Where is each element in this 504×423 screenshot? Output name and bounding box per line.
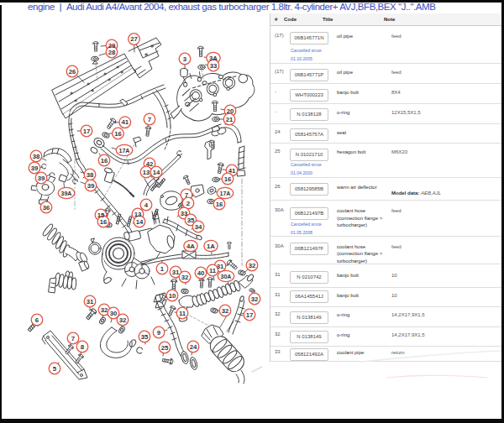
- svg-text:13: 13: [143, 169, 150, 176]
- svg-text:41: 41: [228, 167, 236, 175]
- svg-text:20: 20: [227, 107, 234, 115]
- svg-text:33: 33: [210, 62, 218, 70]
- svg-text:17: 17: [83, 128, 91, 135]
- svg-text:11: 11: [179, 310, 186, 317]
- svg-text:30: 30: [110, 310, 118, 317]
- svg-text:16: 16: [100, 218, 108, 226]
- svg-text:39: 39: [87, 182, 95, 190]
- svg-text:1: 1: [160, 265, 165, 273]
- svg-text:2: 2: [186, 200, 191, 207]
- svg-text:7: 7: [185, 191, 188, 199]
- svg-text:14: 14: [136, 218, 144, 226]
- svg-text:31: 31: [87, 298, 94, 306]
- svg-text:7: 7: [71, 335, 75, 342]
- svg-text:32: 32: [101, 306, 108, 314]
- svg-text:38: 38: [33, 153, 40, 160]
- svg-text:36: 36: [43, 204, 50, 212]
- svg-text:35: 35: [187, 217, 195, 224]
- svg-text:4: 4: [144, 201, 149, 209]
- svg-text:11: 11: [209, 267, 217, 274]
- svg-text:39: 39: [38, 175, 45, 182]
- svg-text:10: 10: [169, 292, 176, 300]
- svg-text:16: 16: [216, 201, 223, 208]
- svg-text:17A: 17A: [119, 148, 130, 154]
- svg-text:32: 32: [222, 307, 229, 315]
- svg-text:25: 25: [161, 344, 169, 352]
- svg-text:31: 31: [172, 269, 180, 276]
- svg-text:31: 31: [217, 263, 224, 270]
- svg-text:26: 26: [69, 68, 76, 76]
- svg-text:27: 27: [130, 35, 138, 43]
- svg-text:3A: 3A: [209, 55, 218, 62]
- svg-text:39A: 39A: [61, 191, 72, 196]
- svg-text:17: 17: [246, 311, 254, 319]
- svg-text:32: 32: [119, 316, 127, 324]
- svg-text:1A: 1A: [207, 243, 215, 250]
- svg-text:32: 32: [251, 295, 259, 303]
- svg-text:9: 9: [157, 329, 161, 337]
- svg-text:28: 28: [108, 49, 116, 56]
- svg-text:34: 34: [195, 223, 202, 231]
- svg-text:39: 39: [31, 164, 39, 172]
- svg-text:7: 7: [148, 116, 151, 123]
- svg-text:16: 16: [224, 175, 232, 183]
- svg-text:40: 40: [197, 269, 205, 277]
- svg-text:3: 3: [183, 55, 187, 63]
- svg-text:30A: 30A: [221, 274, 232, 279]
- svg-text:17A: 17A: [220, 191, 231, 196]
- svg-text:6: 6: [35, 316, 39, 324]
- svg-text:32: 32: [181, 274, 189, 281]
- svg-text:32: 32: [249, 262, 256, 269]
- svg-text:38: 38: [87, 171, 94, 179]
- svg-text:42: 42: [146, 160, 154, 168]
- svg-text:5: 5: [53, 365, 57, 373]
- svg-text:16: 16: [114, 130, 122, 138]
- svg-text:21: 21: [226, 116, 234, 123]
- svg-text:14: 14: [153, 169, 160, 176]
- svg-text:8: 8: [81, 343, 85, 351]
- svg-text:41: 41: [121, 118, 129, 126]
- svg-text:24: 24: [190, 343, 197, 351]
- svg-text:35: 35: [141, 333, 149, 341]
- svg-text:16: 16: [101, 157, 108, 164]
- svg-text:13: 13: [134, 211, 142, 218]
- svg-text:4A: 4A: [186, 243, 195, 250]
